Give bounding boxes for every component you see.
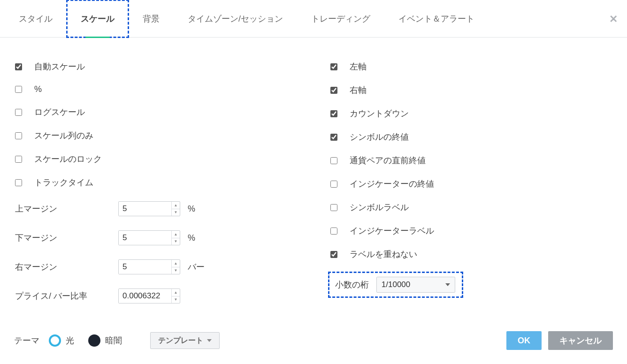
decimal-places-row: 小数の桁 1/10000 [330, 274, 461, 296]
symbol-last-checkbox[interactable] [330, 134, 337, 141]
template-button[interactable]: テンプレート [150, 332, 220, 349]
theme-dark-radio[interactable] [88, 334, 100, 347]
theme-light-radio[interactable] [49, 334, 61, 347]
pair-prev-close-checkbox[interactable] [330, 157, 337, 164]
theme-label: テーマ [14, 335, 39, 346]
no-overlap-label: ラベルを重ねない [350, 249, 417, 260]
decimal-places-value: 1/10000 [382, 280, 410, 289]
indicator-label-checkbox[interactable] [330, 228, 337, 235]
top-margin-row: 上マージン ▲▼ % [15, 200, 312, 217]
top-margin-input[interactable] [119, 202, 171, 216]
indicator-last-checkbox[interactable] [330, 181, 337, 188]
tab-background[interactable]: 背景 [129, 0, 174, 38]
bottom-margin-stepper[interactable]: ▲▼ [118, 230, 180, 245]
template-button-label: テンプレート [158, 336, 203, 346]
price-bar-up-icon[interactable]: ▲ [172, 289, 180, 296]
indicator-last-label: インジケーターの終値 [350, 178, 434, 190]
bottom-margin-down-icon[interactable]: ▼ [172, 238, 180, 245]
tab-timezone[interactable]: タイムゾーン/セッション [174, 0, 297, 38]
right-axis-checkbox[interactable] [330, 87, 337, 94]
bottom-margin-label: 下マージン [15, 232, 114, 243]
track-time-label: トラックタイム [34, 177, 93, 188]
theme-dark-label: 暗闇 [105, 335, 122, 346]
left-axis-checkbox[interactable] [330, 63, 337, 70]
right-margin-input[interactable] [119, 260, 171, 274]
right-margin-label: 右マージン [15, 261, 114, 273]
tab-events[interactable]: イベント＆アラート [384, 0, 489, 38]
right-margin-up-icon[interactable]: ▲ [172, 260, 180, 267]
left-column: 自動スケール % ログスケール スケール列のみ スケールのロック トラックタイム… [15, 61, 312, 304]
right-axis-label: 右軸 [350, 84, 367, 96]
auto-scale-checkbox[interactable] [15, 63, 22, 70]
close-icon[interactable]: ✕ [609, 13, 618, 25]
percent-label: % [34, 84, 42, 94]
price-bar-stepper[interactable]: ▲▼ [118, 288, 180, 303]
auto-scale-label: 自動スケール [34, 61, 85, 72]
pair-prev-close-label: 通貨ペアの直前終値 [350, 155, 426, 166]
top-margin-unit: % [188, 204, 195, 214]
right-margin-unit: バー [188, 261, 205, 273]
tabs-bar: スタイル スケール 背景 タイムゾーン/セッション トレーディング イベント＆ア… [0, 0, 627, 38]
price-bar-input[interactable] [119, 289, 171, 303]
bottom-margin-up-icon[interactable]: ▲ [172, 231, 180, 238]
left-axis-label: 左軸 [350, 61, 367, 72]
tab-scale[interactable]: スケール [67, 0, 129, 38]
top-margin-stepper[interactable]: ▲▼ [118, 201, 180, 216]
lock-scale-label: スケールのロック [34, 153, 102, 165]
symbol-label-label: シンボルラベル [350, 202, 409, 213]
price-bar-down-icon[interactable]: ▼ [172, 296, 180, 303]
right-margin-stepper[interactable]: ▲▼ [118, 259, 180, 274]
price-bar-label: プライス/ バー比率 [15, 290, 114, 302]
right-margin-down-icon[interactable]: ▼ [172, 267, 180, 274]
caret-down-icon [207, 339, 212, 342]
right-margin-row: 右マージン ▲▼ バー [15, 258, 312, 275]
scale-series-only-label: スケール列のみ [34, 130, 93, 141]
log-scale-label: ログスケール [34, 106, 85, 118]
bottom-margin-unit: % [188, 233, 195, 243]
tab-style[interactable]: スタイル [5, 0, 67, 38]
track-time-checkbox[interactable] [15, 179, 22, 186]
tab-trading[interactable]: トレーディング [297, 0, 384, 38]
decimal-places-label: 小数の桁 [335, 279, 369, 290]
no-overlap-checkbox[interactable] [330, 251, 337, 258]
bottom-margin-row: 下マージン ▲▼ % [15, 229, 312, 246]
cancel-button[interactable]: キャンセル [548, 331, 613, 350]
content-area: 自動スケール % ログスケール スケール列のみ スケールのロック トラックタイム… [0, 38, 627, 304]
top-margin-down-icon[interactable]: ▼ [172, 209, 180, 216]
log-scale-checkbox[interactable] [15, 109, 22, 116]
top-margin-up-icon[interactable]: ▲ [172, 202, 180, 209]
decimal-places-select[interactable]: 1/10000 [376, 277, 455, 293]
theme-light-label: 光 [66, 335, 74, 346]
top-margin-label: 上マージン [15, 203, 114, 214]
symbol-last-label: シンボルの終値 [350, 131, 409, 143]
right-column: 左軸 右軸 カウントダウン シンボルの終値 通貨ペアの直前終値 インジケーターの… [316, 61, 613, 304]
ok-button[interactable]: OK [506, 331, 542, 350]
price-bar-row: プライス/ バー比率 ▲▼ [15, 288, 312, 304]
percent-checkbox[interactable] [15, 86, 22, 93]
caret-down-icon [445, 283, 450, 286]
lock-scale-checkbox[interactable] [15, 156, 22, 163]
countdown-checkbox[interactable] [330, 110, 337, 117]
scale-series-only-checkbox[interactable] [15, 132, 22, 139]
footer-bar: テーマ 光 暗闇 テンプレート OK キャンセル [0, 331, 627, 350]
countdown-label: カウントダウン [350, 108, 409, 119]
indicator-label-label: インジケーターラベル [350, 225, 434, 236]
bottom-margin-input[interactable] [119, 231, 171, 245]
symbol-label-checkbox[interactable] [330, 204, 337, 211]
